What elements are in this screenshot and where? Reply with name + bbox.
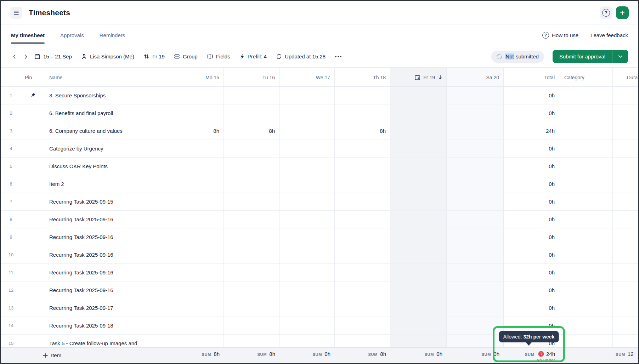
time-cell-mo[interactable] — [168, 158, 224, 175]
time-cell-th[interactable] — [335, 158, 390, 175]
submit-dropdown-button[interactable] — [612, 50, 628, 63]
time-cell-mo[interactable] — [168, 87, 224, 104]
category-cell[interactable] — [559, 193, 613, 211]
time-cell-mo[interactable] — [168, 246, 224, 264]
time-cell-tu[interactable] — [224, 281, 279, 299]
time-cell-tu[interactable] — [224, 193, 279, 211]
task-name-cell[interactable]: Recurring Task 2025-09-18 — [44, 317, 168, 335]
time-cell-fr[interactable] — [390, 87, 447, 104]
time-cell-tu[interactable] — [224, 211, 279, 228]
row-number[interactable]: 9 — [1, 228, 21, 246]
time-cell-fr[interactable] — [390, 281, 447, 299]
time-cell-mo[interactable] — [168, 299, 224, 317]
time-cell-th[interactable] — [335, 87, 390, 104]
time-cell-sa[interactable] — [447, 299, 504, 317]
time-cell-sa[interactable] — [447, 335, 504, 347]
time-cell-mo[interactable] — [168, 228, 224, 246]
time-cell-we[interactable] — [279, 104, 335, 122]
time-cell-mo[interactable] — [168, 317, 224, 335]
time-cell-th[interactable] — [335, 228, 390, 246]
next-week-button[interactable] — [23, 54, 29, 59]
task-name-cell[interactable]: 3. Secure Sponsorships — [44, 87, 168, 104]
time-cell-tu[interactable]: 8h — [224, 122, 279, 140]
header-total[interactable]: Total — [504, 68, 559, 87]
time-cell-sa[interactable] — [447, 158, 504, 175]
time-cell-sa[interactable] — [447, 104, 504, 122]
time-cell-fr[interactable] — [390, 140, 447, 158]
time-cell-sa[interactable] — [447, 264, 504, 281]
row-number[interactable]: 6 — [1, 175, 21, 193]
time-cell-th[interactable] — [335, 140, 390, 158]
pin-cell[interactable] — [21, 122, 44, 140]
time-cell-mo[interactable] — [168, 335, 224, 347]
row-number[interactable]: 13 — [1, 299, 21, 317]
task-name-cell[interactable]: 6. Company culture and values — [44, 122, 168, 140]
time-cell-sa[interactable] — [447, 211, 504, 228]
time-cell-fr[interactable] — [390, 104, 447, 122]
task-name-cell[interactable]: Recurring Task 2025-09-16 — [44, 264, 168, 281]
category-cell[interactable] — [559, 264, 613, 281]
group-control[interactable]: Group — [174, 53, 198, 59]
category-cell[interactable] — [559, 228, 613, 246]
time-cell-we[interactable] — [279, 87, 335, 104]
time-cell-fr[interactable] — [390, 317, 447, 335]
time-cell-sa[interactable] — [447, 122, 504, 140]
task-name-cell[interactable]: Recurring Task 2025-09-15 — [44, 193, 168, 211]
time-cell-tu[interactable] — [224, 317, 279, 335]
category-cell[interactable] — [559, 299, 613, 317]
pin-cell[interactable] — [21, 281, 44, 299]
pin-cell[interactable] — [21, 87, 44, 104]
time-cell-mo[interactable] — [168, 175, 224, 193]
time-cell-fr[interactable] — [390, 122, 447, 140]
prefill-control[interactable]: Prefill: 4 — [239, 53, 267, 59]
row-number[interactable]: 15 — [1, 335, 21, 347]
time-cell-th[interactable] — [335, 264, 390, 281]
time-cell-th[interactable] — [335, 193, 390, 211]
pin-cell[interactable] — [21, 193, 44, 211]
pin-cell[interactable] — [21, 104, 44, 122]
sort-control[interactable]: Fr 19 — [143, 53, 165, 59]
pin-cell[interactable] — [21, 317, 44, 335]
time-cell-sa[interactable] — [447, 317, 504, 335]
time-cell-tu[interactable] — [224, 264, 279, 281]
header-sa-20[interactable]: Sa 20 — [447, 68, 504, 87]
time-cell-th[interactable] — [335, 104, 390, 122]
row-number[interactable]: 11 — [1, 264, 21, 281]
add-button[interactable]: + — [616, 6, 629, 19]
row-number[interactable]: 4 — [1, 140, 21, 158]
time-cell-th[interactable] — [335, 175, 390, 193]
row-number[interactable]: 10 — [1, 246, 21, 264]
category-cell[interactable] — [559, 211, 613, 228]
task-name-cell[interactable]: Discuss OKR Key Points — [44, 158, 168, 175]
time-cell-fr[interactable] — [390, 175, 447, 193]
header-pin[interactable]: Pin — [21, 68, 44, 87]
date-range-picker[interactable]: 15 – 21 Sep — [34, 53, 72, 59]
time-cell-sa[interactable] — [447, 175, 504, 193]
time-cell-th[interactable]: 8h — [335, 122, 390, 140]
header-name[interactable]: Name — [44, 68, 168, 87]
time-cell-tu[interactable] — [224, 104, 279, 122]
time-cell-sa[interactable] — [447, 87, 504, 104]
category-cell[interactable] — [559, 87, 613, 104]
task-name-cell[interactable]: 6. Benefits and final payroll — [44, 104, 168, 122]
header-fr-19[interactable]: Fr 19 — [390, 68, 447, 87]
header-category[interactable]: Category — [559, 68, 613, 87]
task-name-cell[interactable]: Categorize by Urgency — [44, 140, 168, 158]
pin-cell[interactable] — [21, 211, 44, 228]
time-cell-sa[interactable] — [447, 281, 504, 299]
time-cell-tu[interactable] — [224, 87, 279, 104]
category-cell[interactable] — [559, 140, 613, 158]
time-cell-we[interactable] — [279, 281, 335, 299]
time-cell-fr[interactable] — [390, 264, 447, 281]
time-cell-tu[interactable] — [224, 158, 279, 175]
time-cell-we[interactable] — [279, 211, 335, 228]
pin-cell[interactable] — [21, 264, 44, 281]
header-th-18[interactable]: Th 18 — [335, 68, 390, 87]
time-cell-fr[interactable] — [390, 158, 447, 175]
time-cell-mo[interactable] — [168, 193, 224, 211]
time-cell-th[interactable] — [335, 299, 390, 317]
time-cell-we[interactable] — [279, 299, 335, 317]
task-name-cell[interactable]: Recurring Task 2025-09-16 — [44, 228, 168, 246]
time-cell-fr[interactable] — [390, 246, 447, 264]
category-cell[interactable] — [559, 246, 613, 264]
